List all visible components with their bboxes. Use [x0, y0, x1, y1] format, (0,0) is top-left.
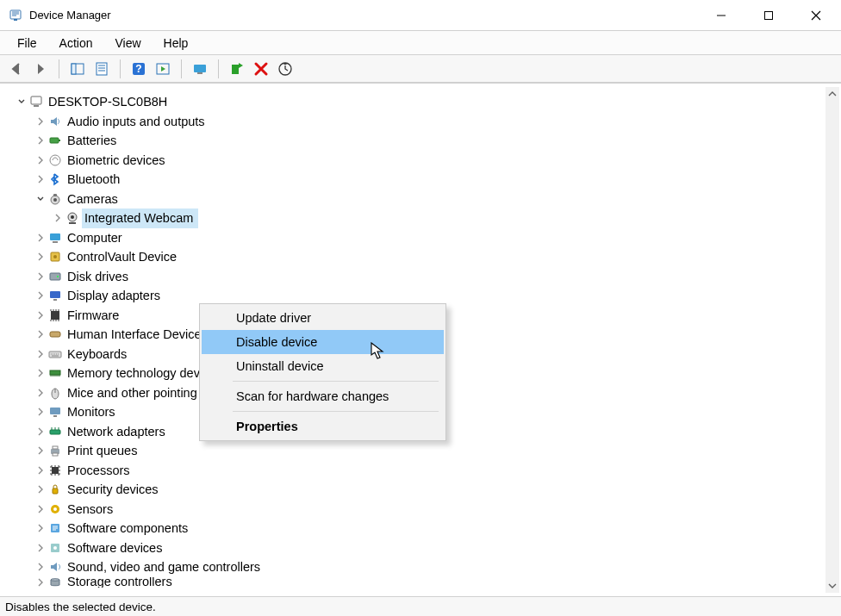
chevron-right-icon[interactable]	[34, 175, 47, 184]
tree-item[interactable]: Biometric devices	[34, 151, 824, 171]
svg-point-28	[57, 276, 59, 277]
scroll-up-button[interactable]	[825, 87, 839, 101]
back-button[interactable]	[5, 58, 28, 80]
context-menu-item[interactable]: Properties	[202, 414, 444, 439]
tree-item[interactable]: Security devices	[34, 480, 824, 500]
toolbar-separator	[181, 59, 182, 78]
tree-item[interactable]: Software components	[34, 519, 824, 538]
chevron-right-icon[interactable]	[34, 252, 47, 261]
svg-rect-4	[72, 64, 76, 74]
tree-item-label: Sensors	[65, 500, 115, 520]
tree-item-label: Display adapters	[65, 286, 163, 306]
svg-text:?: ?	[135, 63, 141, 75]
chevron-right-icon[interactable]	[34, 330, 47, 339]
context-menu-item[interactable]: Scan for hardware changes	[202, 384, 444, 408]
scan-hardware-button[interactable]	[274, 58, 296, 80]
close-button[interactable]	[792, 0, 839, 30]
svg-point-19	[53, 198, 57, 202]
tree-item[interactable]: Storage controllers	[34, 577, 824, 588]
chevron-right-icon[interactable]	[34, 544, 47, 552]
swdev-icon	[47, 540, 63, 556]
svg-rect-16	[59, 140, 60, 141]
chevron-right-icon[interactable]	[34, 505, 47, 513]
chevron-right-icon[interactable]	[34, 446, 47, 455]
tree-item[interactable]: Print queues	[34, 441, 824, 461]
chevron-right-icon[interactable]	[34, 369, 47, 377]
chevron-down-icon[interactable]	[34, 195, 47, 203]
svg-point-49	[51, 578, 59, 580]
context-menu-item[interactable]: Disable device	[202, 330, 444, 354]
tree-item[interactable]: ControlVault Device	[34, 247, 824, 267]
action-center-button[interactable]	[152, 58, 174, 80]
chevron-right-icon[interactable]	[34, 233, 47, 242]
tree-item[interactable]: Processors	[34, 461, 824, 481]
chevron-right-icon[interactable]	[34, 117, 47, 126]
tree-item[interactable]: Bluetooth	[34, 170, 824, 190]
show-devices-button[interactable]	[189, 58, 211, 80]
tree-item[interactable]: Sensors	[34, 500, 824, 520]
menu-view[interactable]: View	[106, 34, 149, 53]
svg-rect-24	[53, 241, 58, 243]
maximize-button[interactable]	[744, 0, 792, 30]
chevron-right-icon[interactable]	[34, 427, 47, 436]
show-hide-tree-button[interactable]	[66, 58, 89, 80]
chevron-right-icon[interactable]	[34, 408, 47, 416]
tree-item-label: Firmware	[65, 306, 121, 326]
uninstall-device-button[interactable]	[250, 58, 272, 80]
chevron-right-icon[interactable]	[34, 524, 47, 532]
menu-file[interactable]: File	[9, 34, 46, 53]
tree-item-label: Security devices	[65, 480, 161, 500]
properties-button[interactable]	[90, 58, 113, 80]
menu-action[interactable]: Action	[51, 34, 102, 53]
svg-rect-2	[764, 11, 772, 19]
chevron-right-icon[interactable]	[34, 578, 47, 587]
tree-item[interactable]: Batteries	[34, 131, 824, 151]
vertical-scrollbar[interactable]	[825, 87, 839, 593]
context-menu-item[interactable]: Update driver	[202, 306, 444, 330]
update-driver-button[interactable]	[226, 58, 248, 80]
display-icon	[47, 288, 63, 303]
svg-rect-36	[50, 408, 60, 414]
chevron-right-icon[interactable]	[34, 156, 47, 165]
toolbar-separator	[218, 59, 219, 78]
tree-item[interactable]: Cameras	[34, 190, 824, 209]
menu-help[interactable]: Help	[155, 34, 197, 53]
chevron-right-icon[interactable]	[34, 485, 47, 494]
tree-item-label: Software devices	[65, 538, 165, 558]
title-left: Device Manager	[9, 9, 111, 22]
tree-item[interactable]: Software devices	[34, 538, 824, 558]
hid-icon	[47, 327, 63, 342]
menu-bar: File Action View Help	[0, 31, 841, 55]
chevron-down-icon[interactable]	[16, 97, 28, 106]
printer-icon	[47, 443, 63, 458]
chevron-right-icon[interactable]	[52, 214, 64, 222]
chevron-right-icon[interactable]	[34, 136, 47, 145]
chevron-right-icon[interactable]	[34, 272, 47, 281]
svg-point-17	[50, 155, 60, 165]
chevron-right-icon[interactable]	[34, 350, 47, 358]
tree-item[interactable]: Computer	[34, 228, 824, 248]
svg-rect-27	[50, 273, 60, 280]
forward-button[interactable]	[29, 58, 52, 80]
help-button[interactable]: ?	[128, 58, 150, 80]
tree-item[interactable]: Disk drives	[34, 267, 824, 287]
chevron-right-icon[interactable]	[34, 563, 47, 571]
chevron-right-icon[interactable]	[34, 291, 47, 300]
tree-item[interactable]: Integrated Webcam	[52, 208, 824, 228]
chevron-right-icon[interactable]	[34, 466, 47, 475]
mouse-icon	[47, 385, 63, 401]
app-icon	[9, 9, 22, 22]
client-area: DESKTOP-SLC0B8HAudio inputs and outputsB…	[0, 83, 841, 597]
tree-root-item[interactable]: DESKTOP-SLC0B8H	[16, 92, 824, 112]
chevron-right-icon[interactable]	[34, 311, 47, 320]
chevron-right-icon[interactable]	[34, 389, 47, 397]
scroll-down-button[interactable]	[825, 579, 839, 593]
tree-item-label: Keyboards	[65, 345, 129, 364]
tree-item[interactable]: Audio inputs and outputs	[34, 112, 824, 132]
window-title: Device Manager	[29, 9, 111, 22]
svg-point-26	[53, 255, 57, 258]
tree-item[interactable]: Sound, video and game controllers	[34, 557, 824, 577]
tree-item-label: Disk drives	[65, 267, 131, 287]
minimize-button[interactable]	[697, 0, 744, 30]
context-menu-item[interactable]: Uninstall device	[202, 354, 444, 378]
